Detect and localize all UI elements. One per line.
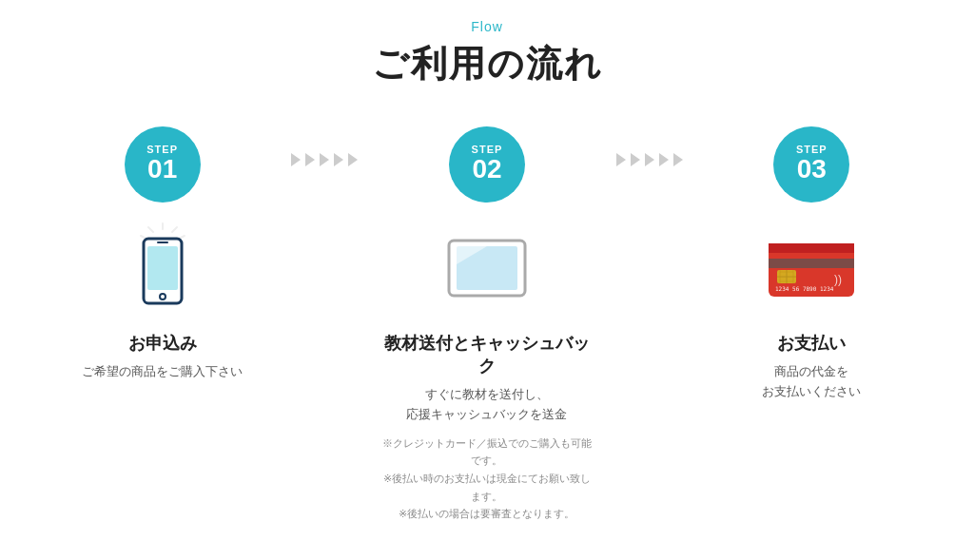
step-circle-1: STEP 01 xyxy=(125,126,201,203)
section-title: ご利用の流れ xyxy=(372,40,603,88)
svg-line-1 xyxy=(172,227,177,232)
step-desc-1: ご希望の商品をご購入下さい xyxy=(82,362,243,382)
section-flow-label: Flow xyxy=(471,19,503,34)
step-icon-phone xyxy=(115,222,210,317)
step-desc-3: 商品の代金を お支払いください xyxy=(762,362,861,402)
svg-rect-15 xyxy=(769,259,854,268)
step-circle-3: STEP 03 xyxy=(773,126,849,203)
arrow-chevron xyxy=(616,153,626,166)
arrow-chevron xyxy=(645,153,654,166)
phone-svg xyxy=(120,222,205,317)
arrow-chevron xyxy=(631,153,640,166)
svg-rect-6 xyxy=(147,246,178,290)
card-svg: 1234 56 7890 1234 )) xyxy=(764,236,859,302)
step-circle-2: STEP 02 xyxy=(449,126,525,203)
arrow-chevron xyxy=(673,153,683,166)
step-block-3: STEP 03 1234 56 7890 1234 xyxy=(707,126,917,402)
arrow-chevron xyxy=(348,153,358,166)
step-icon-card: 1234 56 7890 1234 )) xyxy=(764,222,859,317)
arrow-chevron xyxy=(305,153,315,166)
step-block-1: STEP 01 お申込み ご希望の商品をご購入下 xyxy=(57,126,267,382)
flow-container: STEP 01 お申込み ご希望の商品をご購入下 xyxy=(0,126,974,523)
arrow-chevron xyxy=(291,153,301,166)
step-number-3: 03 xyxy=(797,155,827,184)
step-number-2: 02 xyxy=(472,155,501,184)
svg-rect-14 xyxy=(769,249,854,253)
svg-line-2 xyxy=(148,227,153,232)
arrow-chevron xyxy=(659,153,669,166)
step-title-1: お申込み xyxy=(128,332,197,355)
step-title-2: 教材送付とキャッシュバック xyxy=(381,332,592,377)
step-desc-2: すぐに教材を送付し、 応援キャッシュバックを送金 xyxy=(406,385,567,425)
arrow-2-3 xyxy=(593,126,707,185)
svg-point-7 xyxy=(160,294,166,299)
step-block-2: STEP 02 教材送付とキャッシュバック すぐに教材を送付し、 応援キャッシュ… xyxy=(381,126,592,523)
arrow-1-2 xyxy=(267,126,381,185)
svg-text:)): )) xyxy=(834,273,842,286)
step-icon-tablet xyxy=(439,222,535,317)
step-notes-2: ※クレジットカード／振込でのご購入も可能です。 ※後払い時のお支払いは現金にてお… xyxy=(381,434,592,523)
step-number-1: 01 xyxy=(147,155,177,184)
arrow-chevron xyxy=(320,153,329,166)
step-title-3: お支払い xyxy=(777,332,846,355)
arrow-chevron xyxy=(334,153,343,166)
tablet-svg xyxy=(439,231,535,307)
svg-text:1234  56  7890  1234: 1234 56 7890 1234 xyxy=(775,285,834,292)
